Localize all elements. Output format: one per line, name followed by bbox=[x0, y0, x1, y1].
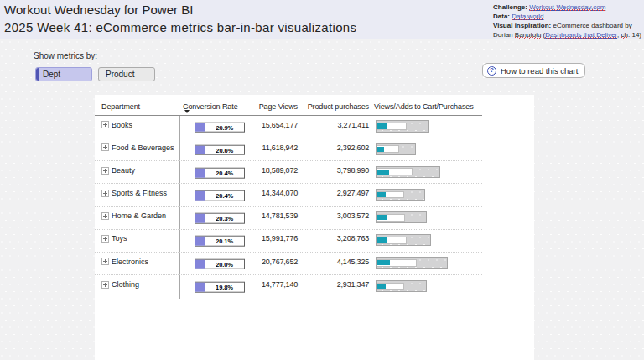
expand-plus-icon[interactable] bbox=[101, 167, 109, 175]
product-purchases-cell: 3,208,763 bbox=[337, 234, 369, 243]
purchases-bar bbox=[377, 147, 384, 152]
conversion-rate-bar: 20.6% bbox=[195, 145, 245, 156]
department-cell: Electronics bbox=[112, 258, 148, 266]
expand-plus-icon[interactable] bbox=[101, 258, 109, 265]
data-label: Data: bbox=[493, 13, 510, 20]
expand-plus-icon[interactable] bbox=[101, 190, 109, 197]
conversion-rate-fill bbox=[195, 259, 205, 269]
conversion-rate-fill bbox=[195, 283, 205, 292]
product-purchases-cell: 3,003,572 bbox=[337, 211, 369, 220]
page-views-cell: 15,654,177 bbox=[262, 121, 298, 129]
powerbi-report-page: Workout Wednesday for Power BI 2025 Week… bbox=[0, 0, 644, 360]
conversion-rate-bar: 19.8% bbox=[195, 282, 245, 293]
department-cell: Sports & Fitness bbox=[112, 189, 167, 197]
conversion-rate-value: 20.6% bbox=[205, 146, 244, 155]
table-visual: Department Conversion Rate Page Views Pr… bbox=[95, 95, 534, 360]
conversion-rate-bar: 20.4% bbox=[195, 168, 245, 179]
expand-plus-icon[interactable] bbox=[101, 143, 109, 151]
page-views-cell: 15,991,776 bbox=[262, 234, 298, 243]
how-to-read-label: How to read this chart bbox=[501, 66, 578, 76]
conversion-rate-fill bbox=[195, 191, 205, 201]
product-purchases-cell: 2,392,602 bbox=[337, 143, 369, 152]
department-cell: Home & Garden bbox=[112, 211, 166, 220]
page-views-cell: 14,344,070 bbox=[262, 189, 298, 197]
challenge-link[interactable]: Workout-Wednesday.com bbox=[529, 3, 605, 11]
author-name: Banutoiu bbox=[515, 31, 542, 39]
department-cell: Food & Beverages bbox=[112, 143, 174, 152]
challenge-label: Challenge: bbox=[493, 3, 527, 11]
report-subtitle: 2025 Week 41: eCommerce metrics bar-in-b… bbox=[4, 20, 356, 34]
table-row[interactable]: Food & Beverages 20.6% 11,618,942 2,392,… bbox=[95, 138, 482, 161]
conversion-rate-value: 20.0% bbox=[205, 259, 244, 269]
purchases-bar bbox=[377, 237, 387, 243]
table-row[interactable]: Sports & Fitness 20.4% 14,344,070 2,927,… bbox=[95, 184, 482, 206]
page-views-cell: 20,767,652 bbox=[262, 258, 298, 266]
expand-plus-icon[interactable] bbox=[101, 235, 109, 243]
column-header-product-purchases[interactable]: Product purchases bbox=[308, 102, 369, 111]
column-header-conversion-rate[interactable]: Conversion Rate bbox=[183, 102, 238, 111]
book-link[interactable]: Dashboards that Deliver bbox=[545, 31, 617, 39]
data-link[interactable]: Data.world bbox=[512, 13, 543, 20]
purchases-bar bbox=[377, 260, 391, 265]
sort-descending-icon bbox=[184, 110, 190, 113]
title-band: Workout Wednesday for Power BI 2025 Week… bbox=[0, 0, 644, 39]
conversion-rate-fill bbox=[195, 123, 206, 132]
page-views-cell: 18,589,072 bbox=[262, 166, 298, 175]
department-cell: Clothing bbox=[112, 280, 139, 289]
report-title: Workout Wednesday for Power BI bbox=[4, 3, 193, 17]
conversion-rate-fill bbox=[195, 214, 205, 223]
column-header-page-views[interactable]: Page Views bbox=[259, 102, 298, 111]
inspiration-label: Visual inspiration: bbox=[493, 22, 551, 29]
purchases-bar bbox=[377, 284, 387, 289]
table-row[interactable]: Clothing 19.8% 14,777,140 2,931,347 bbox=[95, 275, 482, 298]
page-views-cell: 14,781,539 bbox=[262, 211, 298, 220]
credit-line-data: Data: Data.world bbox=[493, 12, 644, 21]
chapter-abbr: ch bbox=[621, 31, 628, 39]
slicer-label: Show metrics by: bbox=[34, 51, 97, 60]
conversion-rate-fill bbox=[195, 146, 205, 155]
column-header-bar-in-bar[interactable]: Views/Adds to Cart/Purchases bbox=[374, 102, 474, 111]
dept-button[interactable]: Dept bbox=[35, 67, 92, 81]
department-cell: Books bbox=[112, 121, 132, 129]
expand-plus-icon[interactable] bbox=[101, 121, 109, 128]
conversion-rate-bar: 20.9% bbox=[195, 122, 245, 133]
page-views-cell: 14,777,140 bbox=[262, 280, 298, 289]
conversion-rate-bar: 20.3% bbox=[195, 213, 245, 224]
purchases-bar bbox=[377, 215, 387, 220]
column-header-department[interactable]: Department bbox=[101, 102, 140, 111]
expand-plus-icon[interactable] bbox=[101, 212, 109, 220]
conversion-rate-bar: 20.0% bbox=[195, 258, 245, 269]
product-purchases-cell: 2,931,347 bbox=[337, 280, 369, 289]
purchases-bar bbox=[377, 192, 387, 197]
conversion-rate-fill bbox=[195, 169, 205, 178]
product-purchases-cell: 2,927,497 bbox=[337, 189, 369, 197]
table-row[interactable]: Electronics 20.0% 20,767,652 4,145,325 bbox=[95, 253, 482, 275]
question-circle-icon: ? bbox=[487, 66, 496, 76]
conversion-rate-bar: 20.4% bbox=[195, 190, 245, 201]
table-row[interactable]: Books 20.9% 15,654,177 3,271,411 bbox=[95, 116, 482, 138]
expand-plus-icon[interactable] bbox=[101, 281, 109, 289]
purchases-bar bbox=[377, 123, 387, 128]
department-cell: Toys bbox=[112, 234, 127, 243]
conversion-rate-value: 20.4% bbox=[205, 191, 244, 201]
conversion-rate-value: 20.9% bbox=[205, 123, 243, 132]
table-row[interactable]: Home & Garden 20.3% 14,781,539 3,003,572 bbox=[95, 207, 482, 230]
conversion-rate-fill bbox=[195, 237, 205, 246]
product-purchases-cell: 3,271,411 bbox=[337, 121, 369, 129]
how-to-read-button[interactable]: ? How to read this chart bbox=[482, 63, 585, 78]
credits-block: Challenge: Workout-Wednesday.com Data: D… bbox=[493, 3, 644, 39]
product-purchases-cell: 4,145,325 bbox=[337, 258, 369, 266]
conversion-rate-value: 20.4% bbox=[205, 169, 244, 178]
product-purchases-cell: 3,798,990 bbox=[337, 166, 369, 175]
conversion-rate-value: 20.3% bbox=[205, 214, 244, 223]
table-row[interactable]: Toys 20.1% 15,991,776 3,208,763 bbox=[95, 230, 482, 253]
credit-line-inspiration: Visual inspiration: eCommerce dashboard … bbox=[493, 21, 644, 30]
page-views-cell: 11,618,942 bbox=[262, 143, 298, 152]
purchases-bar bbox=[377, 170, 389, 175]
conversion-rate-bar: 20.1% bbox=[195, 236, 245, 247]
credit-line-author: Dorian Banutoiu (Dashboards that Deliver… bbox=[493, 30, 644, 39]
product-button[interactable]: Product bbox=[98, 67, 155, 81]
table-row[interactable]: Beauty 20.4% 18,589,072 3,798,990 bbox=[95, 161, 482, 184]
credit-line-challenge: Challenge: Workout-Wednesday.com bbox=[493, 3, 644, 12]
conversion-rate-value: 20.1% bbox=[205, 237, 244, 246]
